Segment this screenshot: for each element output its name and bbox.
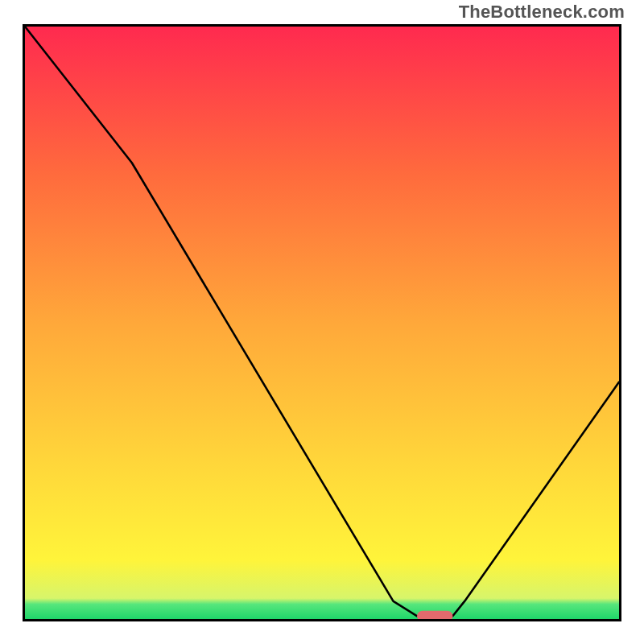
optimal-marker: [417, 611, 452, 619]
watermark-text: TheBottleneck.com: [459, 2, 625, 23]
bottleneck-curve: [25, 27, 619, 616]
chart-overlay: [25, 27, 619, 619]
bottleneck-chart: [23, 24, 621, 621]
